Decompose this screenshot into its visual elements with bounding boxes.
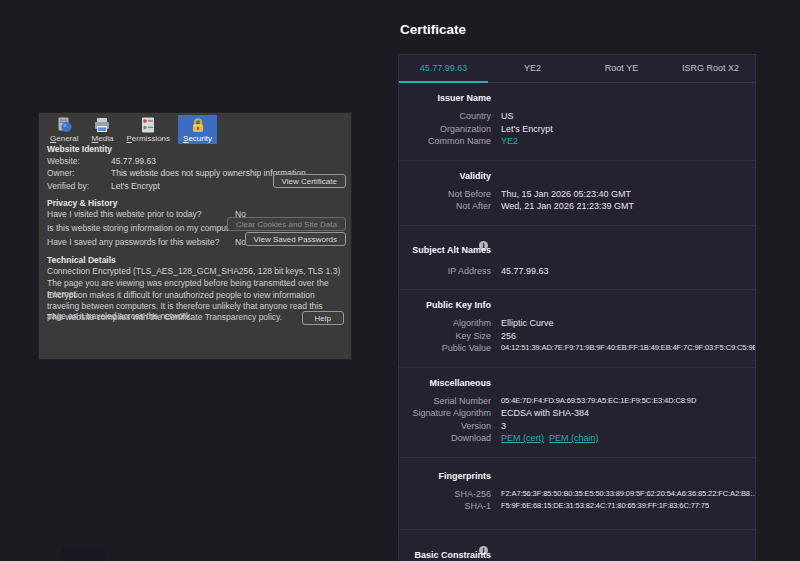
technical-details-heading: Technical Details: [47, 255, 116, 265]
privacy-history-heading: Privacy & History: [47, 198, 117, 208]
security-lock-icon: [187, 117, 209, 133]
passwords-question: Have I saved any passwords for this webs…: [47, 237, 219, 247]
website-value: 45.77.99.63: [111, 156, 156, 166]
fingerprints-heading: Fingerprints: [399, 471, 501, 481]
website-label: Website:: [47, 156, 111, 166]
verified-by-label: Verified by:: [47, 181, 111, 191]
tab-general[interactable]: General: [45, 115, 83, 144]
public-key-info-heading: Public Key Info: [399, 300, 501, 310]
verified-by-value: Let's Encrypt: [111, 181, 160, 191]
certificate-page-title: Certificate: [400, 22, 756, 39]
miscellaneous-heading: Miscellaneous: [399, 378, 501, 388]
signature-algorithm-row: Signature Algorithm ECDSA with SHA-384: [399, 407, 755, 420]
general-page-icon: [53, 117, 75, 133]
signature-algorithm-label: Signature Algorithm: [399, 407, 501, 420]
serial-number-row: Serial Number 05:4E:7D:F4:FD:9A:69:53:79…: [399, 395, 755, 408]
download-row: Download PEM (cert) PEM (chain): [399, 432, 755, 445]
pem-cert-link[interactable]: PEM (cert): [501, 432, 544, 445]
organization-row: Organization Let's Encrypt: [399, 123, 755, 136]
common-name-link[interactable]: YE2: [501, 136, 518, 146]
owner-label: Owner:: [47, 168, 111, 178]
not-after-row: Not After Wed, 21 Jan 2026 21:23:39 GMT: [399, 200, 755, 213]
visited-question: Have I visited this website prior to tod…: [47, 209, 202, 219]
section-miscellaneous: Miscellaneous Serial Number 05:4E:7D:F4:…: [399, 368, 755, 458]
download-label: Download: [399, 432, 501, 445]
cert-tab-leaf[interactable]: 45.77.99.63: [399, 55, 488, 82]
section-validity: Validity Not Before Thu, 15 Jan 2026 05:…: [399, 161, 755, 226]
organization-label: Organization: [399, 123, 501, 136]
public-value-row: Public Value 04:12:51:39:AD:7E:F9:71:9B:…: [399, 342, 755, 355]
not-before-label: Not Before: [399, 188, 501, 201]
cookies-question: Is this website storing information on m…: [47, 223, 241, 233]
organization-value: Let's Encrypt: [501, 123, 755, 136]
section-fingerprints: Fingerprints SHA-256 F2:A7:56:3F:85:50:B…: [399, 458, 755, 530]
not-before-value: Thu, 15 Jan 2026 05:23:40 GMT: [501, 188, 755, 201]
common-name-row: Common Name YE2: [399, 135, 755, 148]
certificate-card: 45.77.99.63 YE2 Root YE ISRG Root X2 Iss…: [398, 54, 756, 561]
country-value: US: [501, 110, 755, 123]
ip-address-label: IP Address: [399, 265, 501, 278]
subject-alt-names-info-row: [399, 234, 501, 245]
section-issuer-name: Issuer Name Country US Organization Let'…: [399, 83, 755, 161]
basic-constraints-heading: Basic Constraints: [399, 550, 501, 560]
not-after-value: Wed, 21 Jan 2026 21:23:39 GMT: [501, 200, 755, 213]
sha1-row: SHA-1 F5:9F:6E:68:15:DE:31:53:82:4C:71:8…: [399, 500, 755, 513]
serial-number-value: 05:4E:7D:F4:FD:9A:69:53:79:A5:EC:1E:F9:5…: [501, 395, 755, 408]
clear-cookies-button[interactable]: Clear Cookies and Site Data: [227, 217, 346, 231]
issuer-name-heading: Issuer Name: [399, 93, 501, 103]
connection-encrypted-line: Connection Encrypted (TLS_AES_128_GCM_SH…: [47, 266, 343, 277]
signature-algorithm-value: ECDSA with SHA-384: [501, 407, 755, 420]
key-size-label: Key Size: [399, 330, 501, 343]
not-after-label: Not After: [399, 200, 501, 213]
key-size-row: Key Size 256: [399, 330, 755, 343]
cert-tab-intermediate[interactable]: YE2: [488, 55, 577, 82]
tab-permissions-label: Permissions: [126, 134, 170, 143]
tab-media-label: Media: [92, 134, 114, 143]
view-certificate-button[interactable]: View Certificate: [273, 174, 346, 188]
page-info-tabbar: General Media Permissions Security: [45, 115, 217, 144]
website-identity-heading: Website Identity: [47, 144, 112, 154]
permissions-list-icon: [137, 117, 159, 133]
pem-chain-link[interactable]: PEM (chain): [549, 432, 599, 445]
not-before-row: Not Before Thu, 15 Jan 2026 05:23:40 GMT: [399, 188, 755, 201]
page-info-dialog: General Media Permissions Security: [38, 112, 352, 360]
section-subject-alt-names: Subject Alt Names IP Address 45.77.99.63: [399, 226, 755, 291]
serial-number-label: Serial Number: [399, 395, 501, 408]
basic-constraints-info-row: [399, 539, 501, 550]
version-row: Version 3: [399, 420, 755, 433]
sha256-label: SHA-256: [399, 488, 501, 501]
section-basic-constraints: Basic Constraints Certificate Authority …: [399, 530, 755, 561]
ip-address-row: IP Address 45.77.99.63: [399, 265, 755, 278]
country-row: Country US: [399, 110, 755, 123]
media-printer-icon: [91, 117, 113, 133]
public-value: 04:12:51:39:AD:7E:F9:71:9B:9F:40:EB:FF:1…: [501, 342, 755, 355]
certificate-tabbar: 45.77.99.63 YE2 Root YE ISRG Root X2: [399, 55, 755, 83]
section-public-key-info: Public Key Info Algorithm Elliptic Curve…: [399, 290, 755, 368]
background-window-fragment: [62, 548, 105, 561]
version-value: 3: [501, 420, 755, 433]
validity-heading: Validity: [399, 171, 501, 181]
tab-permissions[interactable]: Permissions: [121, 115, 175, 144]
common-name-label: Common Name: [399, 135, 501, 148]
key-size-value: 256: [501, 330, 755, 343]
sha1-value: F5:9F:6E:68:15:DE:31:53:82:4C:71:80:65:3…: [501, 500, 755, 513]
algorithm-row: Algorithm Elliptic Curve: [399, 317, 755, 330]
tab-security[interactable]: Security: [178, 115, 217, 144]
algorithm-label: Algorithm: [399, 317, 501, 330]
help-button[interactable]: Help: [302, 311, 344, 325]
ip-address-value: 45.77.99.63: [501, 265, 755, 278]
tab-media[interactable]: Media: [86, 115, 118, 144]
tab-general-label: General: [50, 134, 78, 143]
algorithm-value: Elliptic Curve: [501, 317, 755, 330]
view-saved-passwords-button[interactable]: View Saved Passwords: [245, 232, 346, 246]
subject-alt-names-heading: Subject Alt Names: [399, 245, 501, 255]
version-label: Version: [399, 420, 501, 433]
tab-security-label: Security: [183, 134, 212, 143]
cert-tab-root[interactable]: Root YE: [577, 55, 666, 82]
ct-policy-line: This website complies with the Certifica…: [47, 312, 343, 323]
certificate-page: Certificate 45.77.99.63 YE2 Root YE ISRG…: [398, 22, 756, 561]
country-label: Country: [399, 110, 501, 123]
cert-tab-isrg-root-x2[interactable]: ISRG Root X2: [666, 55, 755, 82]
sha1-label: SHA-1: [399, 500, 501, 513]
desktop: General Media Permissions Security: [0, 0, 800, 561]
